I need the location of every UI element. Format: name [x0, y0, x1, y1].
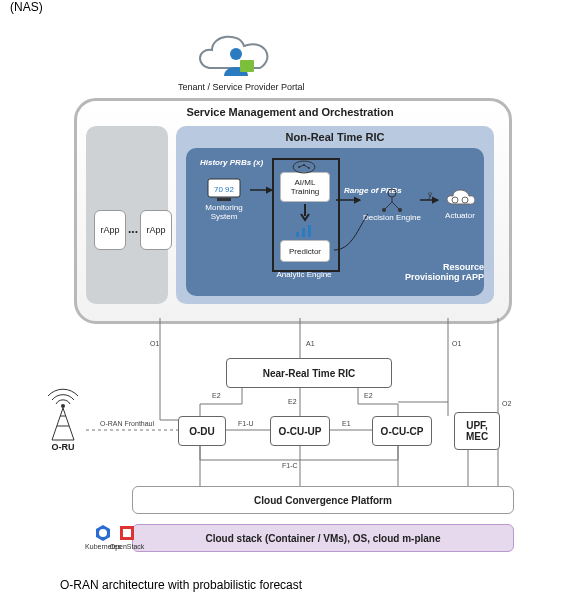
svg-point-12	[382, 208, 386, 212]
decision-engine-label: Decision Engine	[361, 213, 423, 222]
fragment-text: (NAS)	[10, 0, 43, 14]
nrt-title: Non-Real Time RIC	[176, 130, 494, 144]
tower-icon	[40, 388, 86, 444]
monitoring-label: Monitoring System	[196, 203, 252, 221]
if-o1-right: O1	[452, 340, 461, 347]
cloud-stack-label: Cloud stack (Container / VMs), OS, cloud…	[205, 533, 440, 544]
analytic-engine-label: Analytic Engine	[272, 270, 336, 279]
rapp-right: rApp	[140, 210, 172, 250]
svg-point-16	[61, 404, 65, 408]
brain-icon	[292, 160, 316, 176]
if-e2-c: E2	[364, 392, 373, 399]
decision-icon	[378, 188, 406, 212]
svg-rect-1	[240, 60, 254, 72]
resource-rapp-label: Resource Provisioning rAPP	[404, 262, 484, 282]
y-hat-label: ŷ	[428, 190, 432, 199]
if-e2-a: E2	[212, 392, 221, 399]
smo-title: Service Management and Orchestration	[74, 104, 506, 120]
svg-point-11	[388, 189, 396, 197]
svg-rect-20	[123, 529, 131, 537]
caption: O-RAN architecture with probabilistic fo…	[60, 578, 302, 592]
svg-point-4	[293, 161, 315, 173]
monitoring-system: 70 92 Monitoring System	[196, 178, 252, 221]
oru-label: O-RU	[36, 442, 90, 452]
svg-point-0	[230, 48, 242, 60]
svg-point-18	[99, 529, 107, 537]
if-f1c: F1-C	[282, 462, 298, 469]
aiml-box: AI/ML Training	[280, 172, 330, 202]
ocucp: O-CU-CP	[372, 416, 432, 446]
odu: O-DU	[178, 416, 226, 446]
svg-rect-8	[296, 232, 299, 237]
rapp-dots: ...	[126, 220, 140, 238]
openstack-icon: OpenStack	[114, 524, 140, 550]
if-e2-b: E2	[288, 398, 297, 405]
svg-point-13	[398, 208, 402, 212]
rapp-left: rApp	[94, 210, 126, 250]
history-prbs-label: History PRBs (x)	[200, 158, 263, 167]
person-icon	[222, 46, 256, 78]
if-a1: A1	[306, 340, 315, 347]
actuator-icon	[445, 188, 475, 210]
svg-rect-9	[302, 228, 305, 237]
if-fronthaul: O-RAN Fronthaul	[100, 420, 154, 427]
openstack-label: OpenStack	[110, 543, 145, 550]
predictor-box: Predictor	[280, 240, 330, 262]
ocuup: O-CU-UP	[270, 416, 330, 446]
cloud-convergence: Cloud Convergence Platform	[132, 486, 514, 514]
if-o2: O2	[502, 400, 511, 407]
tenant-label: Tenant / Service Provider Portal	[178, 82, 305, 92]
if-o1-left: O1	[150, 340, 159, 347]
cloud-stack: Cloud stack (Container / VMs), OS, cloud…	[132, 524, 514, 552]
upf-mec: UPF, MEC	[454, 412, 500, 450]
near-rt-ric: Near-Real Time RIC	[226, 358, 392, 388]
decision-engine: Decision Engine	[362, 188, 422, 222]
actuator-label: Actuator	[438, 211, 482, 220]
svg-rect-3	[217, 198, 231, 201]
if-e1: E1	[342, 420, 351, 427]
chart-icon	[294, 224, 314, 240]
actuator: Actuator	[438, 188, 482, 220]
monitor-value: 70 92	[214, 185, 235, 194]
if-f1u: F1-U	[238, 420, 254, 427]
monitor-icon: 70 92	[207, 178, 241, 202]
arrow-down-icon	[300, 204, 310, 224]
svg-rect-10	[308, 225, 311, 237]
